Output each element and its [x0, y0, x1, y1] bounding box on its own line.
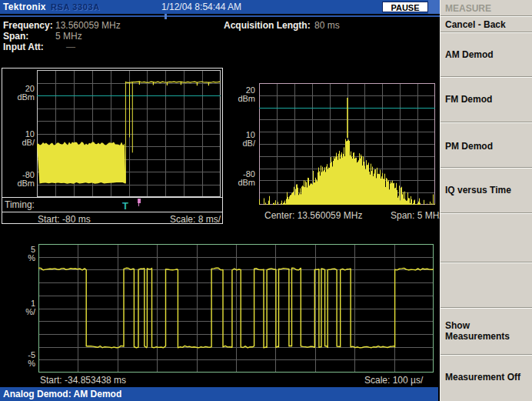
timing-y-bottom-label: -80dBm	[2, 171, 35, 188]
demod-y-top-label: 5%	[15, 246, 35, 262]
topbar-cap	[428, 0, 440, 14]
menu-item-am-demod[interactable]: AM Demod	[441, 32, 532, 76]
spectrum-y-mid-label: 10dB/	[226, 131, 255, 148]
acquisition-length-label: Acquisition Length:	[224, 20, 311, 31]
demod-start-label: Start: -34.853438 ms	[40, 375, 126, 386]
demod-scale-label: Scale: 100 µs/	[364, 375, 423, 386]
menu-item-cancel-back[interactable]: Cancel - Back	[441, 15, 532, 32]
spectrum-y-bottom-label: -80dBm	[226, 170, 255, 187]
status-text: Analog Demod: AM Demod	[3, 389, 121, 399]
pause-button[interactable]: PAUSE	[382, 2, 428, 12]
softkey-menu: MEASURE Cancel - Back AM Demod FM Demod …	[440, 0, 532, 401]
timing-scale-row: Start: -80 ms Scale: 8 ms/	[2, 214, 222, 224]
topbar-underline	[0, 15, 440, 17]
timing-marker-row: Timing: T	[2, 197, 222, 212]
menu-title: MEASURE	[441, 0, 532, 15]
demod-plot	[38, 244, 434, 373]
timing-y-mid-label: 10dB/	[2, 130, 35, 147]
menu-item-iq-versus-time[interactable]: IQ versus Time	[441, 167, 532, 212]
timing-start-label: Start: -80 ms	[38, 214, 91, 225]
timing-scale-label: Scale: 8 ms/	[170, 214, 221, 225]
model-label: RSA 3303A	[51, 2, 100, 12]
status-bar: Analog Demod: AM Demod	[0, 387, 438, 401]
spectrum-span-label: Span: 5 MHz	[391, 210, 444, 221]
tektronix-logo: Tektronix	[3, 2, 46, 12]
demod-y-bottom-label: -5%	[15, 351, 35, 368]
instrument-screen: Tektronix RSA 3303A 1/12/04 8:54:44 AM P…	[0, 0, 532, 401]
acquisition-length-value: 80 ms	[314, 20, 340, 31]
input-att-value: —	[66, 42, 75, 52]
input-att-label: Input Att:	[3, 42, 44, 52]
demod-y-mid-label: 1%/	[15, 299, 35, 316]
trigger-position-indicator: T	[122, 200, 128, 212]
menu-item-show-measurements[interactable]: Show Measurements	[441, 307, 532, 354]
timing-y-top-label: 20dBm	[2, 85, 35, 102]
frequency-label: Frequency:	[3, 20, 53, 31]
menu-item-pm-demod[interactable]: PM Demod	[441, 122, 532, 167]
timing-view: 20dBm 10dB/ -80dBm Timing: T Start: -80 …	[2, 68, 223, 224]
sweep-position-tick	[165, 14, 167, 19]
spectrum-center-label: Center: 13.560059 MHz	[264, 210, 362, 221]
frequency-value: 13.560059 MHz	[55, 20, 121, 31]
datetime-label: 1/12/04 8:54:44 AM	[161, 2, 241, 12]
menu-item-measurement-off[interactable]: Measurement Off	[441, 354, 532, 401]
span-value: 5 MHz	[55, 31, 82, 42]
menu-slot-empty	[441, 212, 532, 262]
top-bar: Tektronix RSA 3303A 1/12/04 8:54:44 AM P…	[0, 0, 440, 14]
span-label: Span:	[3, 31, 28, 42]
spectrum-plot	[259, 83, 435, 205]
menu-item-fm-demod[interactable]: FM Demod	[441, 76, 532, 122]
timing-row-label: Timing:	[5, 199, 35, 210]
timing-plot	[37, 70, 221, 197]
marker-flag-icon	[138, 199, 141, 203]
menu-slot-empty	[441, 262, 532, 307]
spectrum-y-top-label: 20dBm	[226, 86, 255, 103]
